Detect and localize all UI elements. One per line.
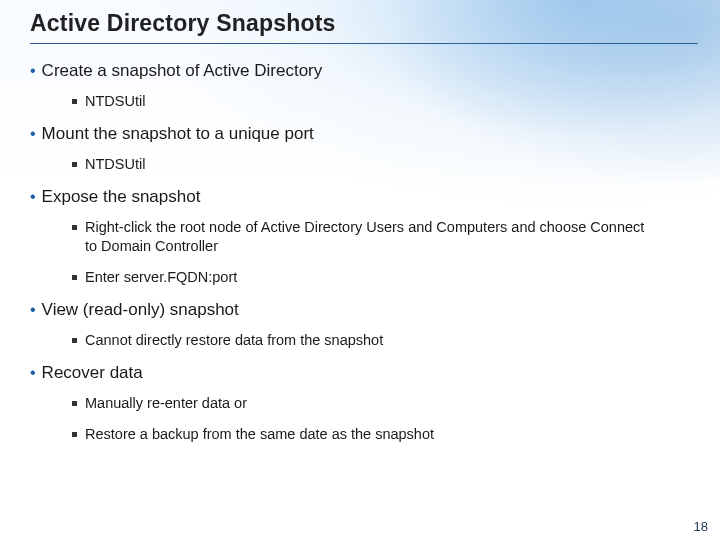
bullet-text: View (read-only) snapshot [42,299,239,321]
list-item: • Mount the snapshot to a unique port NT… [30,123,698,174]
subbullet-text: NTDSUtil [85,92,145,111]
list-item: NTDSUtil [72,155,698,174]
list-item: • View (read-only) snapshot Cannot direc… [30,299,698,350]
title-rule [30,43,698,44]
bullet-text: Mount the snapshot to a unique port [42,123,314,145]
bullet-text: Recover data [42,362,143,384]
square-bullet-icon [72,401,77,406]
bullet-icon: • [30,60,36,82]
square-bullet-icon [72,99,77,104]
subbullet-text: Cannot directly restore data from the sn… [85,331,383,350]
bullet-list: • Create a snapshot of Active Directory … [30,60,698,444]
subbullet-text: Manually re-enter data or [85,394,247,413]
subbullet-text: NTDSUtil [85,155,145,174]
subbullet-text: Restore a backup from the same date as t… [85,425,434,444]
square-bullet-icon [72,162,77,167]
list-item: Enter server.FQDN:port [72,268,698,287]
list-item: • Recover data Manually re-enter data or… [30,362,698,444]
square-bullet-icon [72,432,77,437]
bullet-icon: • [30,362,36,384]
page-number: 18 [694,519,708,534]
bullet-icon: • [30,299,36,321]
list-item: • Create a snapshot of Active Directory … [30,60,698,111]
list-item: NTDSUtil [72,92,698,111]
subbullet-text: Right-click the root node of Active Dire… [85,218,645,256]
list-item: Right-click the root node of Active Dire… [72,218,698,256]
bullet-icon: • [30,186,36,208]
list-item: Manually re-enter data or [72,394,698,413]
square-bullet-icon [72,225,77,230]
bullet-icon: • [30,123,36,145]
slide-title: Active Directory Snapshots [30,10,698,37]
list-item: Cannot directly restore data from the sn… [72,331,698,350]
list-item: Restore a backup from the same date as t… [72,425,698,444]
bullet-text: Expose the snapshot [42,186,201,208]
list-item: • Expose the snapshot Right-click the ro… [30,186,698,287]
square-bullet-icon [72,275,77,280]
subbullet-text: Enter server.FQDN:port [85,268,237,287]
slide-content: Active Directory Snapshots • Create a sn… [0,0,720,540]
bullet-text: Create a snapshot of Active Directory [42,60,323,82]
square-bullet-icon [72,338,77,343]
